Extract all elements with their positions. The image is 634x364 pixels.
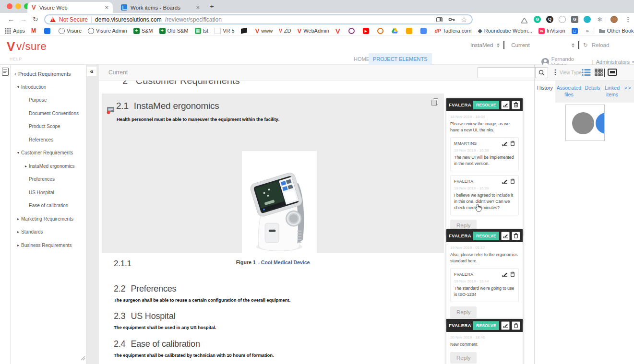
tree-item-marketing-requirements[interactable]: ▸ Marketing Requirements [11,212,86,226]
bookmark-visure-admin[interactable]: Visure Admin [88,28,127,34]
tab-history[interactable]: History [535,81,555,103]
tab-close-icon[interactable]: × [105,4,108,11]
collapse-sidebar-button[interactable]: « [87,67,96,76]
search-input[interactable] [478,67,536,78]
tab-linked-items[interactable]: Linked items [602,81,622,103]
delete-comment-button[interactable] [512,232,520,240]
reply-button[interactable]: Reply [450,306,477,318]
resolve-button[interactable]: RESOLVE [473,232,499,240]
project-select-value[interactable]: InstaMed [470,42,493,48]
ext-grammarly-icon[interactable]: G [534,16,541,23]
copy-icon[interactable] [431,98,438,106]
bookmark-webadmin[interactable]: V WebAdmin [297,27,329,35]
ext-g-box-icon[interactable]: G [571,16,578,23]
mac-minimize-button[interactable] [15,3,21,9]
caret-right-icon[interactable]: ▸ [23,164,29,168]
ext-snowflake-icon[interactable]: ❄ [596,16,603,23]
tree-item-preferences[interactable]: Preferences [11,173,86,186]
bookmark-tadlera[interactable]: dP Tadlera.com [435,28,472,34]
not-secure-label[interactable]: Not Secure [59,16,88,23]
caret-right-icon[interactable]: ▸ [15,217,21,221]
browser-tab-boards[interactable]: Work items - Boards × [117,2,204,13]
tree-item-product-scope[interactable]: Product Scope [11,120,86,133]
bookmark-youtube[interactable]: ▶ [363,28,371,34]
trash-icon[interactable] [510,271,515,277]
bookmark-square-orange[interactable] [406,28,414,34]
bookmark-www[interactable]: V www [255,27,273,35]
caret-down-icon[interactable]: ▾ [15,151,21,155]
password-key-icon[interactable] [448,17,455,22]
tree-item-us-hospital[interactable]: US Hospital [11,186,86,200]
bookmark-old-sm[interactable]: + Old S&M [159,28,189,34]
edit-comment-button[interactable] [501,101,510,109]
bookmark-gmail[interactable]: M [31,27,38,34]
bookmark-drive[interactable] [392,28,400,34]
edit-icon[interactable] [502,178,508,184]
bookmark-star-icon[interactable]: ☆ [461,16,467,23]
tab-associated-files[interactable]: Associated files [555,81,583,103]
back-icon[interactable]: ← [8,15,14,23]
tab-details[interactable]: Details [583,81,602,103]
trash-icon[interactable] [510,141,515,146]
tree-root[interactable]: ‹ Product Requirements [11,67,86,81]
sidebar-resize-handle[interactable] [80,355,85,361]
browser-tab-visure[interactable]: V Visure Web × [27,2,113,13]
more-options-kebab-icon[interactable]: ⋮ [552,68,559,76]
ext-globe-icon[interactable] [559,16,566,23]
section-heading-2-4[interactable]: 2.4Ease of calibration [114,339,200,349]
help-link[interactable]: HELP [10,57,22,61]
resolve-button[interactable]: RESOLVE [473,321,499,330]
bookmark-ring-purple[interactable] [348,28,357,34]
ext-dark-circle-icon[interactable]: Q [546,16,553,23]
section-heading-2-3[interactable]: 2.3US Hospital [114,311,175,321]
profile-avatar[interactable] [610,16,618,23]
tree-item-references[interactable]: References [11,133,86,147]
bookmark-tst[interactable]: ▦ tst [195,28,209,34]
edit-icon[interactable] [502,141,508,146]
browser-menu-kebab-icon[interactable]: ⋮ [625,16,631,23]
tree-item-introduction[interactable]: ▾ Introduction [11,81,86,94]
ext-chat-icon[interactable] [584,16,591,23]
caret-right-icon[interactable]: ▸ [15,243,21,247]
bookmarks-overflow-icon[interactable]: » [586,28,589,34]
caret-down-icon[interactable]: ▾ [15,85,21,89]
comments-view-icon[interactable] [608,69,617,76]
bookmark-ring-orange[interactable] [377,28,385,34]
bookmark-invision[interactable]: in InVision [538,28,565,34]
tree-item-purpose[interactable]: Purpose [11,94,86,107]
bookmark-v[interactable]: V [335,27,342,35]
edit-comment-button[interactable] [501,232,510,240]
tree-item-ease-of-calibration[interactable]: Ease of calibration [11,199,86,212]
tab-project-elements[interactable]: PROJECT ELEMENTS [369,53,432,65]
search-button[interactable] [535,67,548,78]
bookmark-bars[interactable] [241,28,249,34]
trash-icon[interactable] [510,178,515,184]
url-omnibox[interactable]: Not Secure demo.visuresolutions.com/revi… [44,14,473,24]
edit-icon[interactable] [502,271,508,277]
caret-right-icon[interactable]: ▸ [15,230,21,234]
tab-more[interactable]: >> [622,81,634,103]
bookmark-square-blue[interactable] [420,28,429,34]
mac-close-button[interactable] [7,3,12,9]
bookmark-apps[interactable]: Apps [5,28,25,34]
tree-item-instamed-ergonomics[interactable]: ▸ InstaMed ergonomics [11,160,86,173]
requirement-section-2-1[interactable]: 2.1InstaMed ergonomics Health personnel … [102,94,444,253]
bookmark-zd[interactable]: V ZD [279,28,291,34]
tab-close-icon[interactable]: × [196,4,200,11]
tree-item-business-requirements[interactable]: ▸ Business Requirements [11,239,86,252]
forward-icon[interactable]: → [20,15,27,23]
bookmark-sm[interactable]: + S&M [133,28,153,34]
reload-button[interactable]: Reload [592,42,609,48]
bookmark-roundcube[interactable]: ◆ Roundcube Webm... [478,27,532,34]
comment-indicator-icon[interactable] [107,106,115,114]
resolve-button[interactable]: RESOLVE [473,101,499,109]
baseline-select-arrows-icon[interactable] [572,43,574,47]
ext-drive-icon[interactable] [521,17,527,23]
tree-item-standards[interactable]: ▸ Standards [11,225,86,239]
bookmark-calendar[interactable] [44,28,52,34]
bookmark-q[interactable]: ◻ [572,28,580,34]
project-select-arrows-icon[interactable] [497,43,500,47]
reload-icon[interactable]: ↻ [583,42,588,48]
reload-icon[interactable]: ↻ [33,15,38,23]
section-heading-2-2[interactable]: 2.2Preferences [114,284,176,294]
